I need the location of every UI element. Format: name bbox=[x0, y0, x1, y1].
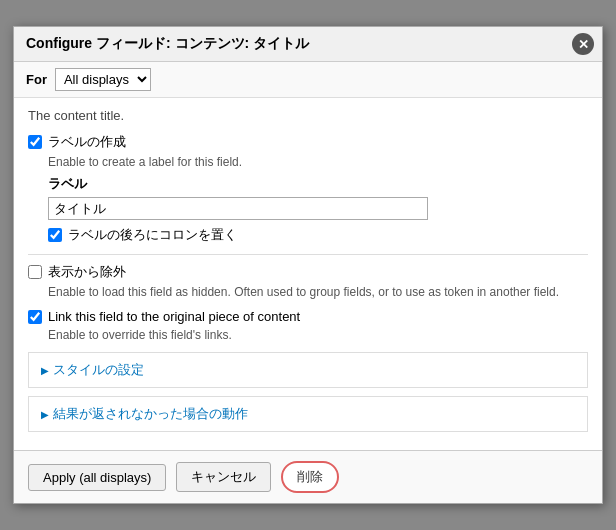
hide-sub: Enable to load this field as hidden. Oft… bbox=[48, 285, 588, 299]
create-label-checkbox-label[interactable]: ラベルの作成 bbox=[48, 133, 126, 151]
configure-field-dialog: Configure フィールド: コンテンツ: タイトル ✕ For All d… bbox=[13, 26, 603, 504]
hide-checkbox-label[interactable]: 表示から除外 bbox=[48, 263, 126, 281]
hide-indent: Enable to load this field as hidden. Oft… bbox=[28, 285, 588, 299]
link-checkbox-label[interactable]: Link this field to the original piece of… bbox=[48, 309, 300, 324]
for-label: For bbox=[26, 72, 47, 87]
content-description: The content title. bbox=[28, 108, 588, 123]
for-row: For All displays Default Teaser bbox=[14, 62, 602, 98]
style-settings-section: ▶ スタイルの設定 bbox=[28, 352, 588, 388]
create-label-section: ラベルの作成 Enable to create a label for this… bbox=[28, 133, 588, 244]
delete-button[interactable]: 削除 bbox=[281, 461, 339, 493]
close-button[interactable]: ✕ bbox=[572, 33, 594, 55]
style-settings-header[interactable]: ▶ スタイルの設定 bbox=[29, 353, 587, 387]
no-results-triangle: ▶ bbox=[41, 409, 49, 420]
link-indent: Enable to override this field's links. bbox=[28, 328, 588, 342]
cancel-button[interactable]: キャンセル bbox=[176, 462, 271, 492]
apply-button[interactable]: Apply (all displays) bbox=[28, 464, 166, 491]
colon-checkbox[interactable] bbox=[48, 228, 62, 242]
dialog-header: Configure フィールド: コンテンツ: タイトル ✕ bbox=[14, 27, 602, 62]
create-label-sub: Enable to create a label for this field. bbox=[48, 155, 588, 169]
label-text-input[interactable] bbox=[48, 197, 428, 220]
link-row: Link this field to the original piece of… bbox=[28, 309, 588, 324]
create-label-indent: Enable to create a label for this field.… bbox=[28, 155, 588, 244]
link-section: Link this field to the original piece of… bbox=[28, 309, 588, 342]
divider-1 bbox=[28, 254, 588, 255]
colon-checkbox-label[interactable]: ラベルの後ろにコロンを置く bbox=[68, 226, 237, 244]
dialog-body: The content title. ラベルの作成 Enable to crea… bbox=[14, 98, 602, 450]
style-triangle: ▶ bbox=[41, 365, 49, 376]
style-settings-link[interactable]: スタイルの設定 bbox=[53, 361, 144, 379]
hide-row: 表示から除外 bbox=[28, 263, 588, 281]
link-checkbox[interactable] bbox=[28, 310, 42, 324]
no-results-link[interactable]: 結果が返されなかった場合の動作 bbox=[53, 405, 248, 423]
dialog-footer: Apply (all displays) キャンセル 削除 bbox=[14, 450, 602, 503]
label-field-label: ラベル bbox=[48, 175, 588, 193]
display-select[interactable]: All displays Default Teaser bbox=[55, 68, 151, 91]
no-results-header[interactable]: ▶ 結果が返されなかった場合の動作 bbox=[29, 397, 587, 431]
create-label-row: ラベルの作成 bbox=[28, 133, 588, 151]
no-results-section: ▶ 結果が返されなかった場合の動作 bbox=[28, 396, 588, 432]
create-label-checkbox[interactable] bbox=[28, 135, 42, 149]
hide-checkbox[interactable] bbox=[28, 265, 42, 279]
close-icon: ✕ bbox=[578, 37, 589, 52]
hide-section: 表示から除外 Enable to load this field as hidd… bbox=[28, 263, 588, 299]
colon-row: ラベルの後ろにコロンを置く bbox=[48, 226, 588, 244]
dialog-title: Configure フィールド: コンテンツ: タイトル bbox=[26, 35, 309, 51]
link-sub: Enable to override this field's links. bbox=[48, 328, 588, 342]
